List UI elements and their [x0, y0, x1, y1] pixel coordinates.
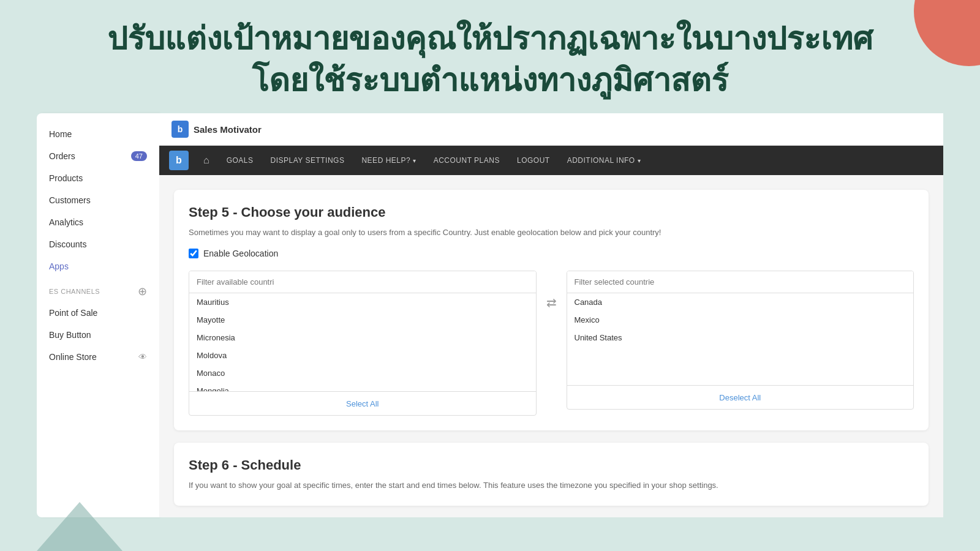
step5-description: Sometimes you may want to display a goal…	[189, 227, 914, 239]
step6-description: If you want to show your goal at specifi…	[189, 479, 914, 492]
eye-icon: 👁	[138, 352, 147, 362]
geolocation-row: Enable Geolocation	[189, 249, 914, 258]
nav-logo: b	[169, 151, 189, 170]
main-content: Step 5 - Choose your audience Sometimes …	[159, 175, 943, 517]
sidebar-item-products[interactable]: Products	[37, 167, 159, 189]
nav-additional-info[interactable]: ADDITIONAL INFO ▾	[560, 152, 649, 168]
app-logo: b	[172, 121, 189, 138]
geolocation-checkbox[interactable]	[189, 249, 198, 258]
sidebar-item-apps[interactable]: Apps	[37, 255, 159, 277]
sidebar-item-online-store[interactable]: Online Store 👁	[37, 346, 159, 368]
nav-logout[interactable]: LOGOUT	[510, 152, 557, 168]
home-icon[interactable]: ⌂	[196, 151, 217, 170]
sidebar-item-point-of-sale[interactable]: Point of Sale	[37, 302, 159, 324]
decorative-triangle	[37, 502, 123, 551]
additional-info-chevron: ▾	[638, 157, 641, 164]
header-section: ปรับแต่งเป้าหมายของคุณให้ปรากฏเฉพาะในบาง…	[0, 0, 980, 113]
list-item[interactable]: United States	[567, 329, 914, 347]
selected-filter-input[interactable]	[567, 271, 914, 293]
transfer-icon: ⇄	[546, 271, 557, 310]
main-layout: Home Orders 47 Products Customers Analyt…	[0, 113, 980, 517]
list-item[interactable]: Mauritius	[189, 293, 536, 311]
step6-card: Step 6 - Schedule If you want to show yo…	[174, 443, 929, 506]
nav-need-help[interactable]: NEED HELP? ▾	[354, 152, 423, 168]
step5-card: Step 5 - Choose your audience Sometimes …	[174, 190, 929, 430]
nav-account-plans[interactable]: ACCOUNT PLANS	[426, 152, 507, 168]
nav-display-settings[interactable]: DISPLAY SETTINGS	[263, 152, 352, 168]
step6-title: Step 6 - Schedule	[189, 457, 914, 473]
select-all-button[interactable]: Select All	[346, 399, 379, 408]
need-help-chevron: ▾	[413, 157, 417, 164]
available-countries-list: Mauritius Mayotte Micronesia Moldova Mon…	[189, 293, 536, 391]
selected-countries-panel: Canada Mexico United States Deselect All	[567, 271, 914, 410]
list-item[interactable]: Canada	[567, 293, 914, 311]
add-channel-icon[interactable]: ⊕	[138, 285, 148, 298]
sidebar-item-buy-button[interactable]: Buy Button	[37, 324, 159, 346]
top-nav: b ⌂ GOALS DISPLAY SETTINGS NEED HELP? ▾ …	[159, 146, 943, 175]
available-countries-panel: Mauritius Mayotte Micronesia Moldova Mon…	[189, 271, 537, 416]
app-name: Sales Motivator	[194, 124, 262, 135]
header-title: ปรับแต่งเป้าหมายของคุณให้ปรากฏเฉพาะในบาง…	[12, 18, 968, 101]
sidebar-item-discounts[interactable]: Discounts	[37, 233, 159, 255]
list-item[interactable]: Micronesia	[189, 329, 536, 347]
sidebar-item-customers[interactable]: Customers	[37, 189, 159, 211]
sidebar-item-orders[interactable]: Orders 47	[37, 145, 159, 167]
channels-section-label: ES CHANNELS ⊕	[37, 277, 159, 302]
available-panel-footer: Select All	[189, 391, 536, 415]
list-item[interactable]: Mongolia	[189, 382, 536, 391]
orders-badge: 47	[131, 151, 147, 161]
list-item[interactable]: Mexico	[567, 311, 914, 329]
nav-goals[interactable]: GOALS	[219, 152, 261, 168]
step5-title: Step 5 - Choose your audience	[189, 204, 914, 220]
list-item[interactable]: Moldova	[189, 347, 536, 364]
available-filter-input[interactable]	[189, 271, 536, 293]
sidebar-item-analytics[interactable]: Analytics	[37, 211, 159, 233]
geolocation-label[interactable]: Enable Geolocation	[203, 249, 278, 258]
country-selector: Mauritius Mayotte Micronesia Moldova Mon…	[189, 271, 914, 416]
selected-panel-footer: Deselect All	[567, 385, 914, 409]
list-item[interactable]: Monaco	[189, 364, 536, 382]
list-item[interactable]: Mayotte	[189, 311, 536, 329]
app-header: b Sales Motivator	[159, 113, 943, 146]
sidebar: Home Orders 47 Products Customers Analyt…	[37, 113, 159, 517]
content-area: b Sales Motivator b ⌂ GOALS DISPLAY SETT…	[159, 113, 943, 517]
selected-countries-list: Canada Mexico United States	[567, 293, 914, 385]
sidebar-item-home[interactable]: Home	[37, 123, 159, 145]
deselect-all-button[interactable]: Deselect All	[719, 393, 761, 402]
